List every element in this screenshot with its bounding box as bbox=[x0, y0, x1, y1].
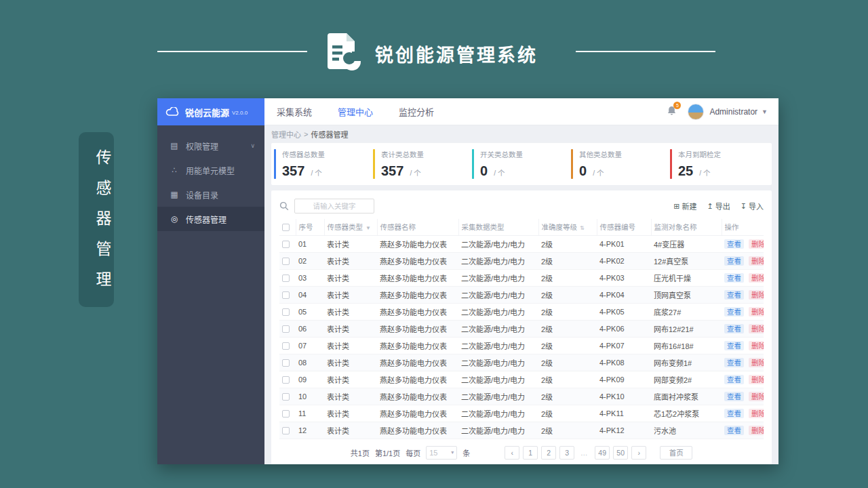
page-button-2[interactable]: 2 bbox=[541, 446, 556, 460]
sidebar-item-permissions[interactable]: ▤ 权限管理 ∨ bbox=[157, 134, 264, 158]
view-link[interactable]: 查看 bbox=[724, 392, 744, 401]
next-page-button[interactable]: › bbox=[631, 446, 646, 460]
cell-sensor-type: 表计类 bbox=[324, 320, 377, 337]
per-page-label: 每页 bbox=[406, 447, 420, 458]
first-page-button[interactable]: 首页 bbox=[660, 446, 692, 460]
notification-bell-icon[interactable]: 5 bbox=[667, 105, 677, 119]
col-sensor-name: 传感器名称 bbox=[377, 219, 458, 235]
view-link[interactable]: 查看 bbox=[724, 307, 744, 317]
search-input[interactable] bbox=[294, 199, 374, 214]
row-checkbox[interactable] bbox=[282, 410, 290, 418]
per-page-select[interactable]: 15 ▾ bbox=[426, 446, 457, 460]
view-link[interactable]: 查看 bbox=[724, 256, 744, 266]
col-actions: 操作 bbox=[722, 219, 764, 235]
table-toolbar: ⊞ 新建 ↥ 导出 ↧ 导入 bbox=[279, 197, 764, 215]
cell-no: 01 bbox=[296, 235, 324, 252]
sort-icon[interactable]: ⇅ bbox=[580, 225, 585, 231]
breadcrumb-current: 传感器管理 bbox=[311, 129, 348, 140]
view-link[interactable]: 查看 bbox=[724, 324, 744, 333]
tab-collection-system[interactable]: 采集系统 bbox=[277, 105, 312, 118]
table-row: 06 表计类 燕赵多功能电力仪表 二次能源/电力/电力 2级 4-PK06 网布… bbox=[279, 320, 764, 337]
avatar[interactable] bbox=[688, 104, 704, 120]
cell-accuracy: 2级 bbox=[538, 422, 597, 439]
stat-other-total: 其他类总数量 0 / 个 bbox=[571, 149, 670, 179]
cell-target-name: 底面衬冲浆泵 bbox=[651, 388, 722, 405]
row-checkbox[interactable] bbox=[282, 258, 290, 265]
table-row: 12 表计类 燕赵多功能电力仪表 二次能源/电力/电力 2级 4-PK12 污水… bbox=[279, 422, 764, 439]
col-sensor-code: 传感器编号 bbox=[597, 219, 651, 235]
delete-link[interactable]: 删除 bbox=[749, 256, 764, 266]
stat-label: 本月到期检定 bbox=[678, 149, 721, 159]
cell-sensor-name: 燕赵多功能电力仪表 bbox=[377, 422, 458, 439]
delete-link[interactable]: 删除 bbox=[749, 290, 764, 300]
view-link[interactable]: 查看 bbox=[724, 290, 744, 300]
delete-link[interactable]: 删除 bbox=[749, 392, 764, 401]
view-link[interactable]: 查看 bbox=[724, 426, 744, 435]
cell-no: 08 bbox=[296, 354, 324, 371]
cell-sensor-code: 4-PK01 bbox=[597, 235, 651, 252]
view-link[interactable]: 查看 bbox=[724, 409, 744, 418]
row-checkbox[interactable] bbox=[282, 274, 290, 282]
delete-link[interactable]: 删除 bbox=[749, 273, 764, 283]
user-menu-caret-icon[interactable]: ▼ bbox=[762, 108, 768, 115]
row-checkbox[interactable] bbox=[282, 241, 290, 248]
delete-link[interactable]: 删除 bbox=[749, 307, 764, 317]
cell-data-type: 二次能源/电力/电力 bbox=[458, 354, 538, 371]
import-button[interactable]: ↧ 导入 bbox=[741, 201, 764, 211]
view-link[interactable]: 查看 bbox=[724, 341, 744, 350]
row-checkbox[interactable] bbox=[282, 376, 290, 384]
cell-target-name: 网部变频2# bbox=[651, 371, 722, 388]
cell-sensor-code: 4-PK02 bbox=[597, 252, 651, 269]
top-navigation: 采集系统 管理中心 监控分析 5 Administrator ▼ bbox=[264, 98, 778, 125]
page-button-50[interactable]: 50 bbox=[613, 446, 628, 460]
delete-link[interactable]: 删除 bbox=[749, 358, 764, 367]
filter-icon[interactable]: ▼ bbox=[366, 225, 371, 231]
stat-unit: / 个 bbox=[593, 167, 604, 178]
view-link[interactable]: 查看 bbox=[724, 273, 744, 283]
row-checkbox[interactable] bbox=[282, 393, 290, 401]
row-checkbox[interactable] bbox=[282, 342, 290, 350]
delete-link[interactable]: 删除 bbox=[749, 426, 764, 435]
cell-accuracy: 2级 bbox=[538, 269, 597, 286]
table-row: 07 表计类 燕赵多功能电力仪表 二次能源/电力/电力 2级 4-PK07 网布… bbox=[279, 337, 764, 354]
row-checkbox[interactable] bbox=[282, 325, 290, 333]
breadcrumb-parent[interactable]: 管理中心 bbox=[271, 129, 301, 140]
row-checkbox[interactable] bbox=[282, 291, 290, 299]
view-link[interactable]: 查看 bbox=[724, 239, 744, 249]
delete-link[interactable]: 删除 bbox=[749, 324, 764, 333]
sidebar-item-sensor-management[interactable]: ◎ 传感器管理 bbox=[157, 207, 264, 231]
new-button[interactable]: ⊞ 新建 bbox=[673, 201, 696, 211]
prev-page-button[interactable]: ‹ bbox=[505, 446, 519, 460]
sidebar-item-device-catalog[interactable]: ▦ 设备目录 bbox=[157, 182, 264, 207]
tab-management-center[interactable]: 管理中心 bbox=[338, 105, 373, 118]
user-name[interactable]: Administrator bbox=[709, 107, 757, 117]
select-all-checkbox[interactable] bbox=[282, 224, 290, 231]
view-link[interactable]: 查看 bbox=[724, 358, 744, 367]
total-pages-text: 共1页 bbox=[351, 447, 370, 458]
delete-link[interactable]: 删除 bbox=[749, 341, 764, 350]
cell-target-name: 芯1芯2冲浆泵 bbox=[651, 405, 722, 422]
delete-link[interactable]: 删除 bbox=[749, 375, 764, 384]
cell-sensor-code: 4-PK10 bbox=[597, 388, 651, 405]
row-checkbox[interactable] bbox=[282, 308, 290, 316]
delete-link[interactable]: 删除 bbox=[749, 239, 764, 249]
export-button[interactable]: ↥ 导出 bbox=[707, 201, 730, 211]
sidebar-menu: ▤ 权限管理 ∨ ∴ 用能单元模型 ▦ 设备目录 ◎ 传感器管理 bbox=[157, 125, 264, 231]
tab-monitoring-analysis[interactable]: 监控分析 bbox=[399, 105, 434, 118]
cell-accuracy: 2级 bbox=[538, 286, 597, 303]
cell-data-type: 二次能源/电力/电力 bbox=[458, 235, 538, 252]
delete-link[interactable]: 删除 bbox=[749, 409, 764, 418]
page-button-49[interactable]: 49 bbox=[595, 446, 610, 460]
row-checkbox[interactable] bbox=[282, 427, 290, 434]
vertical-page-tag: 传感器管理 bbox=[79, 132, 114, 307]
cell-no: 11 bbox=[296, 405, 324, 422]
stat-unit: / 个 bbox=[311, 167, 321, 178]
page-button-1[interactable]: 1 bbox=[523, 446, 538, 460]
row-checkbox[interactable] bbox=[282, 359, 290, 367]
sidebar-item-energy-model[interactable]: ∴ 用能单元模型 bbox=[157, 158, 264, 182]
view-link[interactable]: 查看 bbox=[724, 375, 744, 384]
main-area: 采集系统 管理中心 监控分析 5 Administrator ▼ bbox=[264, 98, 778, 464]
cell-no: 07 bbox=[296, 337, 324, 354]
cell-data-type: 二次能源/电力/电力 bbox=[458, 371, 538, 388]
page-button-3[interactable]: 3 bbox=[559, 446, 574, 460]
